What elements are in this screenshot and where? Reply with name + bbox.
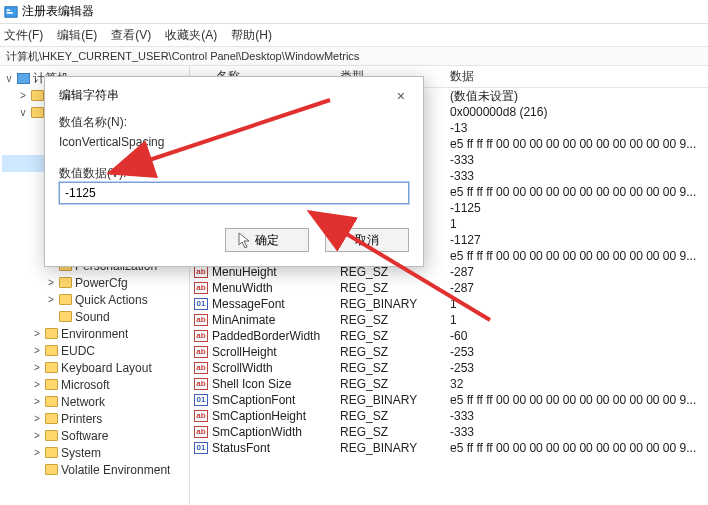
cell-type: REG_SZ (340, 265, 450, 279)
tree-item[interactable]: Sound (2, 308, 187, 325)
tree-item[interactable]: >EUDC (2, 342, 187, 359)
title-bar: 注册表编辑器 (0, 0, 708, 24)
list-row[interactable]: 01StatusFontREG_BINARYe5 ff ff ff 00 00 … (190, 440, 708, 456)
cell-type: REG_SZ (340, 345, 450, 359)
cell-type: REG_SZ (340, 329, 450, 343)
tree-item[interactable]: >Software (2, 427, 187, 444)
folder-icon (59, 294, 72, 305)
tree-item[interactable]: >Microsoft (2, 376, 187, 393)
tree-label: System (61, 446, 101, 460)
list-row[interactable]: abPaddedBorderWidthREG_SZ-60 (190, 328, 708, 344)
string-icon: ab (194, 282, 208, 294)
binary-icon: 01 (194, 442, 208, 454)
tree-item[interactable]: >PowerCfg (2, 274, 187, 291)
string-icon: ab (194, 266, 208, 278)
cursor-icon (238, 232, 252, 250)
list-row[interactable]: abScrollWidthREG_SZ-253 (190, 360, 708, 376)
value-name-label: 数值名称(N): (59, 114, 409, 131)
cell-data: -253 (450, 345, 708, 359)
tree-item[interactable]: >Keyboard Layout (2, 359, 187, 376)
cell-data: -333 (450, 169, 708, 183)
ok-button[interactable]: 确定 (225, 228, 309, 252)
cell-data: e5 ff ff ff 00 00 00 00 00 00 00 00 00 0… (450, 441, 708, 455)
binary-icon: 01 (194, 394, 208, 406)
tree-item[interactable]: Volatile Environment (2, 461, 187, 478)
menu-file[interactable]: 文件(F) (4, 27, 43, 44)
list-row[interactable]: abSmCaptionHeightREG_SZ-333 (190, 408, 708, 424)
tree-item[interactable]: >Environment (2, 325, 187, 342)
list-row[interactable]: abShell Icon SizeREG_SZ32 (190, 376, 708, 392)
caret-icon: > (32, 362, 42, 373)
list-row[interactable]: abScrollHeightREG_SZ-253 (190, 344, 708, 360)
string-icon: ab (194, 346, 208, 358)
menu-view[interactable]: 查看(V) (111, 27, 151, 44)
caret-icon: > (32, 379, 42, 390)
tree-item[interactable]: >Quick Actions (2, 291, 187, 308)
folder-icon (45, 447, 58, 458)
tree-label: Quick Actions (75, 293, 148, 307)
close-icon[interactable]: × (393, 88, 409, 104)
cell-type: REG_SZ (340, 313, 450, 327)
list-row[interactable]: abSmCaptionWidthREG_SZ-333 (190, 424, 708, 440)
cell-data: e5 ff ff ff 00 00 00 00 00 00 00 00 00 0… (450, 393, 708, 407)
binary-icon: 01 (194, 298, 208, 310)
folder-icon (45, 396, 58, 407)
svg-rect-2 (7, 12, 13, 14)
cell-name: MessageFont (212, 297, 340, 311)
cell-type: REG_SZ (340, 361, 450, 375)
computer-icon (17, 73, 30, 84)
folder-icon (45, 362, 58, 373)
cell-data: -333 (450, 425, 708, 439)
svg-rect-1 (7, 9, 11, 11)
tree-item[interactable]: >Network (2, 393, 187, 410)
tree-label: Microsoft (61, 378, 110, 392)
cell-type: REG_SZ (340, 409, 450, 423)
list-row[interactable]: abMinAnimateREG_SZ1 (190, 312, 708, 328)
cell-data: (数值未设置) (450, 88, 708, 105)
cell-data: 1 (450, 313, 708, 327)
folder-icon (31, 107, 44, 118)
cancel-button[interactable]: 取消 (325, 228, 409, 252)
menu-help[interactable]: 帮助(H) (231, 27, 272, 44)
cell-data: -333 (450, 409, 708, 423)
tree-item[interactable]: >Printers (2, 410, 187, 427)
cell-data: -333 (450, 153, 708, 167)
cell-type: REG_SZ (340, 425, 450, 439)
edit-string-dialog: 编辑字符串 × 数值名称(N): IconVerticalSpacing 数值数… (44, 76, 424, 267)
window-title: 注册表编辑器 (22, 3, 94, 20)
list-row[interactable]: 01SmCaptionFontREG_BINARYe5 ff ff ff 00 … (190, 392, 708, 408)
cell-name: SmCaptionWidth (212, 425, 340, 439)
caret-icon: > (46, 294, 56, 305)
cell-name: SmCaptionHeight (212, 409, 340, 423)
caret-icon: v (18, 107, 28, 118)
tree-label: Printers (61, 412, 102, 426)
list-row[interactable]: abMenuWidthREG_SZ-287 (190, 280, 708, 296)
folder-icon (31, 90, 44, 101)
cell-type: REG_BINARY (340, 297, 450, 311)
cell-data: -287 (450, 281, 708, 295)
folder-icon (45, 328, 58, 339)
address-bar[interactable]: 计算机\HKEY_CURRENT_USER\Control Panel\Desk… (0, 46, 708, 66)
tree-item[interactable]: >System (2, 444, 187, 461)
cell-data: e5 ff ff ff 00 00 00 00 00 00 00 00 00 0… (450, 185, 708, 199)
cell-data: e5 ff ff ff 00 00 00 00 00 00 00 00 00 0… (450, 137, 708, 151)
menu-fav[interactable]: 收藏夹(A) (165, 27, 217, 44)
tree-label: PowerCfg (75, 276, 128, 290)
folder-icon (45, 379, 58, 390)
tree-label: Keyboard Layout (61, 361, 152, 375)
cell-data: -13 (450, 121, 708, 135)
caret-icon: > (46, 277, 56, 288)
value-data-input[interactable] (59, 182, 409, 204)
cell-name: MenuHeight (212, 265, 340, 279)
list-row[interactable]: 01MessageFontREG_BINARY1 (190, 296, 708, 312)
menu-edit[interactable]: 编辑(E) (57, 27, 97, 44)
tree-label: Sound (75, 310, 110, 324)
caret-icon: > (32, 430, 42, 441)
string-icon: ab (194, 330, 208, 342)
menu-bar: 文件(F) 编辑(E) 查看(V) 收藏夹(A) 帮助(H) (0, 24, 708, 46)
cell-type: REG_BINARY (340, 393, 450, 407)
folder-icon (45, 413, 58, 424)
ok-button-label: 确定 (255, 233, 279, 247)
col-data[interactable]: 数据 (450, 68, 708, 85)
cell-data: 0x000000d8 (216) (450, 105, 708, 119)
